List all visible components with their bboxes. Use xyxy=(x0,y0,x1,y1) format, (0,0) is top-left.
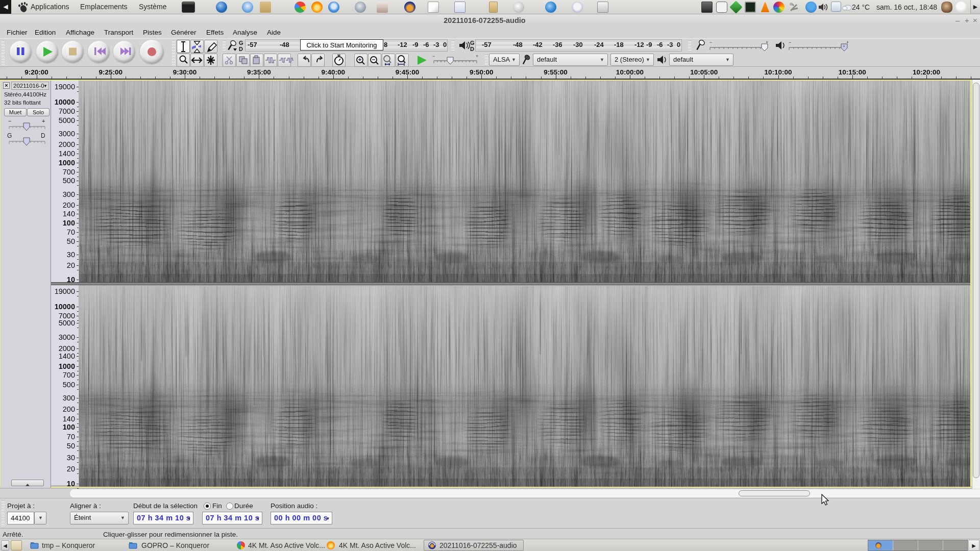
svg-text:D: D xyxy=(239,46,243,52)
svg-text:−: − xyxy=(432,54,435,59)
svg-text:−: − xyxy=(8,118,11,124)
svg-text:−: − xyxy=(709,40,712,45)
svg-text:G: G xyxy=(7,133,12,139)
svg-text:D: D xyxy=(41,133,45,139)
svg-text:G: G xyxy=(470,40,475,46)
svg-text:−: − xyxy=(789,40,791,45)
svg-text:+: + xyxy=(42,118,45,124)
svg-text:G: G xyxy=(239,40,243,46)
svg-text:+: + xyxy=(843,44,845,48)
svg-text:+: + xyxy=(476,54,478,59)
svg-text:D: D xyxy=(470,46,474,52)
